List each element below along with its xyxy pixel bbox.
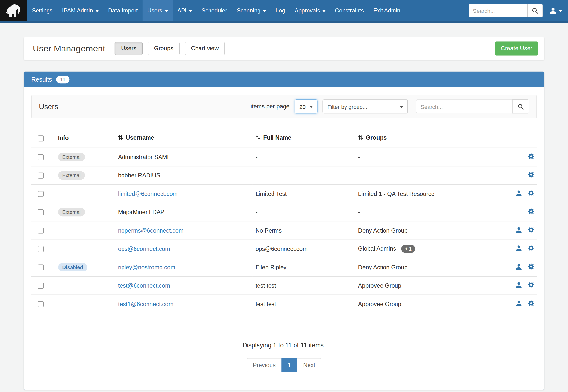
- row-checkbox[interactable]: [38, 283, 44, 289]
- row-checkbox[interactable]: [38, 228, 44, 234]
- username-text: bobber RADIUS: [118, 172, 160, 178]
- table-row: ExternalMajorMiner LDAP--: [31, 203, 537, 221]
- mammoth-logo-icon: [5, 3, 22, 18]
- users-table-body: ExternalAdministrator SAML--Externalbobb…: [31, 148, 537, 313]
- username-text: MajorMiner LDAP: [118, 209, 164, 215]
- view-button-chart-view[interactable]: Chart view: [185, 42, 225, 55]
- nav-item-label: Exit Admin: [373, 7, 400, 14]
- nav-item-settings[interactable]: Settings: [27, 0, 57, 21]
- settings-gear-icon[interactable]: [527, 190, 534, 198]
- settings-gear-icon[interactable]: [527, 245, 534, 253]
- view-button-groups[interactable]: Groups: [148, 42, 180, 55]
- user-profile-icon[interactable]: [516, 263, 522, 271]
- user-profile-icon[interactable]: [516, 281, 522, 290]
- select-all-checkbox[interactable]: [38, 136, 44, 141]
- nav-item-label: Users: [147, 7, 162, 14]
- gear-glyph: [527, 281, 534, 288]
- nav-item-scanning[interactable]: Scanning: [232, 0, 271, 21]
- row-checkbox[interactable]: [38, 246, 44, 252]
- row-checkbox[interactable]: [38, 265, 44, 270]
- settings-gear-icon[interactable]: [527, 263, 534, 271]
- results-count-badge: 11: [56, 76, 69, 83]
- view-button-users[interactable]: Users: [115, 42, 142, 55]
- row-checkbox[interactable]: [38, 154, 44, 160]
- navbar-search-input[interactable]: [469, 4, 527, 17]
- toolbar-title: Users: [39, 102, 58, 111]
- groups-text: -: [358, 172, 360, 178]
- user-menu[interactable]: [549, 7, 562, 14]
- groups-text: Approvee Group: [358, 282, 401, 288]
- username-link[interactable]: ops@6connect.com: [118, 245, 170, 252]
- person-glyph: [516, 300, 522, 307]
- settings-gear-icon[interactable]: [527, 226, 534, 235]
- username-link[interactable]: ripley@nostromo.com: [118, 264, 175, 270]
- nav-item-exit-admin[interactable]: Exit Admin: [369, 0, 405, 21]
- navbar-search-button[interactable]: [527, 4, 543, 17]
- top-navbar: SettingsIPAM AdminData ImportUsersAPISch…: [0, 0, 568, 23]
- users-table: Info Username Full Name Groups: [31, 129, 537, 313]
- items-per-page-select[interactable]: 20: [295, 99, 318, 113]
- user-profile-icon[interactable]: [516, 226, 522, 235]
- nav-item-label: API: [177, 7, 186, 14]
- table-search-button[interactable]: [512, 99, 529, 113]
- full-name: test test: [256, 282, 276, 288]
- settings-gear-icon[interactable]: [527, 208, 534, 216]
- user-profile-icon[interactable]: [516, 245, 522, 253]
- user-profile-icon[interactable]: [516, 300, 522, 308]
- username-text: Administrator SAML: [118, 154, 170, 160]
- row-checkbox[interactable]: [38, 191, 44, 197]
- group-filter-select[interactable]: Filter by group...: [323, 99, 408, 113]
- groups-text: Limited 1 - QA Test Resource: [358, 190, 435, 196]
- results-body: Users items per page 20 Filter by group.…: [24, 87, 544, 390]
- users-toolbar: Users items per page 20 Filter by group.…: [31, 95, 537, 118]
- username-link[interactable]: test1@6connect.com: [118, 301, 173, 307]
- nav-item-data-import[interactable]: Data Import: [103, 0, 142, 21]
- column-header-full-name[interactable]: Full Name: [253, 129, 355, 148]
- nav-item-ipam-admin[interactable]: IPAM Admin: [57, 0, 103, 21]
- table-row: test@6connect.comtest testApprovee Group: [31, 276, 537, 295]
- chevron-down-icon: [310, 106, 313, 108]
- groups-text: Deny Action Group: [358, 227, 408, 233]
- pagination-page-1[interactable]: 1: [282, 358, 297, 372]
- navbar-right: [469, 0, 568, 21]
- username-link[interactable]: test@6connect.com: [118, 282, 170, 288]
- table-search-input[interactable]: [416, 99, 512, 113]
- username-link[interactable]: limited@6connect.com: [118, 190, 178, 196]
- items-per-page-value: 20: [299, 103, 306, 110]
- user-profile-icon[interactable]: [516, 190, 522, 198]
- settings-gear-icon[interactable]: [527, 171, 534, 180]
- table-row: limited@6connect.comLimited TestLimited …: [31, 184, 537, 203]
- settings-gear-icon[interactable]: [527, 153, 534, 161]
- row-checkbox[interactable]: [38, 173, 44, 179]
- gear-glyph: [527, 171, 534, 178]
- column-header-username[interactable]: Username: [115, 129, 253, 148]
- chevron-down-icon: [400, 106, 403, 108]
- column-header-groups[interactable]: Groups: [355, 129, 507, 148]
- nav-item-api[interactable]: API: [172, 0, 197, 21]
- row-checkbox[interactable]: [38, 210, 44, 215]
- app-logo[interactable]: [0, 0, 27, 21]
- gear-glyph: [527, 245, 534, 252]
- username-link[interactable]: noperms@6connect.com: [118, 227, 184, 233]
- gear-glyph: [527, 300, 534, 307]
- full-name: ops@6connect.com: [256, 245, 308, 252]
- nav-item-users[interactable]: Users: [142, 0, 172, 21]
- full-name: test test: [256, 301, 276, 307]
- settings-gear-icon[interactable]: [527, 300, 534, 308]
- person-glyph: [516, 226, 522, 233]
- settings-gear-icon[interactable]: [527, 281, 534, 290]
- pagination-next[interactable]: Next: [297, 358, 322, 372]
- table-row: ops@6connect.comops@6connect.comGlobal A…: [31, 240, 537, 258]
- nav-item-constraints[interactable]: Constraints: [330, 0, 369, 21]
- pagination-previous[interactable]: Previous: [246, 358, 282, 372]
- nav-item-scheduler[interactable]: Scheduler: [197, 0, 232, 21]
- table-row: Externalbobber RADIUS--: [31, 166, 537, 184]
- chevron-down-icon: [263, 10, 266, 12]
- pagination: Previous 1 Next: [31, 358, 537, 372]
- create-user-button[interactable]: Create User: [495, 42, 538, 55]
- chevron-down-icon: [559, 10, 562, 12]
- row-checkbox[interactable]: [38, 301, 44, 307]
- nav-item-approvals[interactable]: Approvals: [290, 0, 330, 21]
- gear-glyph: [527, 153, 534, 160]
- nav-item-log[interactable]: Log: [271, 0, 290, 21]
